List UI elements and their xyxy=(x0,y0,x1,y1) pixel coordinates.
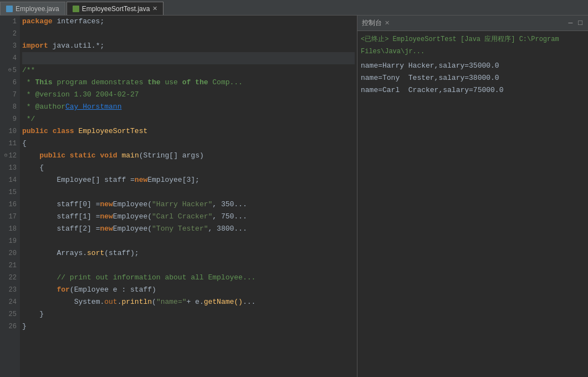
tab-label-employee: Employee.java xyxy=(16,5,59,13)
editor-panel: 1 2 3 4 ⊖5 6 7 xyxy=(0,16,357,377)
console-title: 控制台 ✕ xyxy=(362,18,390,28)
line-num-14: 14 xyxy=(0,174,17,186)
tab-bar: Employee.java EmployeeSortTest.java ✕ xyxy=(0,0,588,16)
code-line-24: System.out.println("name=" + e.getName()… xyxy=(22,296,355,308)
console-maximize-button[interactable]: □ xyxy=(577,18,584,28)
code-line-15 xyxy=(22,186,355,198)
console-icons: — □ xyxy=(567,18,584,28)
line-num-4: 4 xyxy=(0,52,17,64)
line-numbers: 1 2 3 4 ⊖5 6 7 xyxy=(0,16,20,377)
code-line-19 xyxy=(22,235,355,247)
fold-6 xyxy=(6,77,12,89)
console-panel: 控制台 ✕ — □ <已终止> EmployeeSortTest [Java 应… xyxy=(357,16,588,377)
tab-employee-java[interactable]: Employee.java xyxy=(0,2,65,15)
tab-close-button[interactable]: ✕ xyxy=(152,5,157,12)
console-output-line-2: name=Tony Tester,salary=38000.0 xyxy=(361,72,585,84)
fold-18 xyxy=(2,223,8,235)
console-title-text: 控制台 xyxy=(362,18,382,28)
code-line-11: { xyxy=(22,137,355,150)
code-line-3: import java.util.*; xyxy=(22,40,355,52)
fold-17 xyxy=(2,211,8,223)
fold-12[interactable]: ⊖ xyxy=(2,150,8,162)
fold-11 xyxy=(2,137,8,150)
java-file-icon-2 xyxy=(73,6,79,12)
fold-24 xyxy=(2,296,8,308)
fold-13 xyxy=(2,162,8,174)
line-num-7: 7 xyxy=(0,89,17,101)
fold-19 xyxy=(2,235,8,247)
code-line-4 xyxy=(22,52,355,64)
fold-23 xyxy=(2,284,8,296)
console-tab-indicator: ✕ xyxy=(385,19,390,27)
code-line-25: } xyxy=(22,308,355,320)
code-line-8: * @author Cay Horstmann xyxy=(22,101,355,113)
line-num-6: 6 xyxy=(0,77,17,89)
code-line-5: /** xyxy=(22,64,355,77)
code-line-23: for (Employee e : staff) xyxy=(22,284,355,296)
code-line-20: Arrays.sort(staff); xyxy=(22,247,355,259)
console-body: <已终止> EmployeeSortTest [Java 应用程序] C:\Pr… xyxy=(357,31,588,377)
fold-15 xyxy=(2,186,8,198)
code-line-2 xyxy=(22,28,355,40)
console-header: 控制台 ✕ — □ xyxy=(357,16,588,31)
line-num-9: 9 xyxy=(0,113,17,125)
fold-22 xyxy=(2,272,8,284)
line-num-23: 23 xyxy=(0,284,17,296)
line-num-13: 13 xyxy=(0,162,17,174)
console-minimize-button[interactable]: — xyxy=(567,18,574,28)
line-num-19: 19 xyxy=(0,235,17,247)
code-line-26: } xyxy=(22,320,355,333)
code-line-12: public static void main(String[] args) xyxy=(22,150,355,162)
line-num-2: 2 xyxy=(0,28,17,40)
line-num-24: 24 xyxy=(0,296,17,308)
java-file-icon xyxy=(6,6,13,12)
fold-2 xyxy=(6,28,12,40)
code-line-14: Employee[] staff = new Employee[3]; xyxy=(22,174,355,186)
code-content[interactable]: package interfaces; import java.util.*; … xyxy=(20,16,357,377)
code-area[interactable]: 1 2 3 4 ⊖5 6 7 xyxy=(0,16,357,377)
line-num-3: 3 xyxy=(0,40,17,52)
fold-4 xyxy=(6,52,12,64)
tab-label-sort-test: EmployeeSortTest.java xyxy=(82,5,150,13)
fold-9 xyxy=(6,113,12,125)
console-output-line-3: name=Carl Cracker,salary=75000.0 xyxy=(361,84,585,96)
line-num-11: 11 xyxy=(0,137,17,150)
console-path: <已终止> EmployeeSortTest [Java 应用程序] C:\Pr… xyxy=(361,33,585,58)
line-num-1: 1 xyxy=(0,16,17,28)
line-num-5: ⊖5 xyxy=(0,64,17,77)
fold-14 xyxy=(2,174,8,186)
fold-25 xyxy=(2,308,8,320)
fold-1 xyxy=(6,16,12,28)
code-line-7: * @version 1.30 2004-02-27 xyxy=(22,89,355,101)
line-num-12: ⊖12 xyxy=(0,150,17,162)
code-line-17: staff[1] = new Employee("Carl Cracker", … xyxy=(22,211,355,223)
line-num-15: 15 xyxy=(0,186,17,198)
fold-20 xyxy=(2,247,8,259)
line-num-26: 26 xyxy=(0,320,17,333)
fold-7 xyxy=(6,89,12,101)
line-num-8: 8 xyxy=(0,101,17,113)
code-line-13: { xyxy=(22,162,355,174)
fold-3 xyxy=(6,40,12,52)
fold-16 xyxy=(2,198,8,211)
fold-26 xyxy=(2,320,8,333)
main-content: 1 2 3 4 ⊖5 6 7 xyxy=(0,16,588,377)
line-num-18: 18 xyxy=(0,223,17,235)
code-line-18: staff[2] = new Employee("Tony Tester", 3… xyxy=(22,223,355,235)
code-line-9: */ xyxy=(22,113,355,125)
line-num-10: 10 xyxy=(0,125,17,137)
tab-employee-sort-test[interactable]: EmployeeSortTest.java ✕ xyxy=(67,2,164,15)
fold-8 xyxy=(6,101,12,113)
code-line-10: public class EmployeeSortTest xyxy=(22,125,355,137)
line-num-21: 21 xyxy=(0,259,17,272)
fold-10 xyxy=(2,125,8,137)
code-line-21 xyxy=(22,259,355,272)
fold-5[interactable]: ⊖ xyxy=(6,64,12,77)
line-num-17: 17 xyxy=(0,211,17,223)
code-line-16: staff[0] = new Employee("Harry Hacker", … xyxy=(22,198,355,211)
line-num-25: 25 xyxy=(0,308,17,320)
line-num-20: 20 xyxy=(0,247,17,259)
console-output-line-1: name=Harry Hacker,salary=35000.0 xyxy=(361,60,585,72)
code-line-22: // print out information about all Emplo… xyxy=(22,272,355,284)
code-line-1: package interfaces; xyxy=(22,16,355,28)
